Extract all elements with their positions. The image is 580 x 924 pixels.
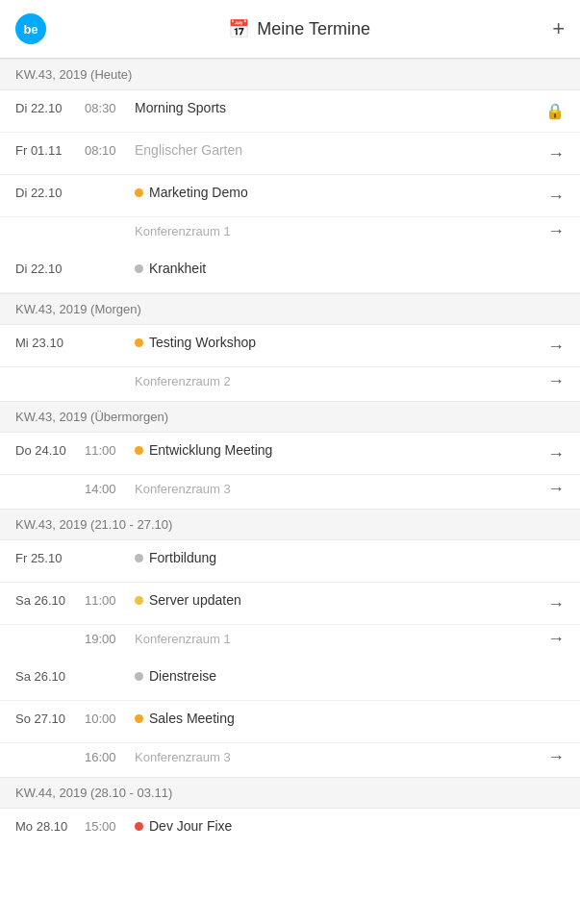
event-location: Konferenzraum 1: [135, 632, 536, 646]
event-dot: [135, 672, 143, 681]
arrow-icon[interactable]: →: [547, 629, 565, 649]
event-action[interactable]: →: [536, 592, 565, 614]
event-title: Testing Workshop: [149, 335, 256, 350]
event-time: 11:00: [85, 442, 135, 458]
event-sub-time: 19:00: [85, 632, 135, 646]
event-title: Englischer Garten: [135, 142, 242, 158]
event-content: Dienstreise: [135, 668, 536, 684]
event-action[interactable]: →: [536, 442, 565, 464]
event-time: [85, 335, 135, 336]
event-row: Di 22.10 Marketing Demo →: [0, 175, 580, 217]
event-content: Sales Meeting: [135, 711, 536, 726]
arrow-icon[interactable]: →: [547, 144, 565, 164]
event-action: [536, 711, 565, 712]
event-title: Server updaten: [149, 592, 241, 608]
event-sub-action[interactable]: →: [536, 221, 565, 241]
event-action[interactable]: 🔒: [536, 100, 565, 120]
event-row: Sa 26.10 11:00 Server updaten →: [0, 583, 580, 625]
event-time: [85, 261, 135, 262]
event-sub-row: 16:00 Konferenzraum 3 →: [0, 743, 580, 777]
event-time: 08:30: [85, 100, 135, 115]
event-content: Dev Jour Fixe: [135, 818, 536, 834]
event-row: Di 22.10 Krankheit: [0, 251, 580, 293]
event-time: [85, 550, 135, 551]
section-header-kw43-heute: KW.43, 2019 (Heute): [0, 59, 580, 90]
event-row: Mi 23.10 Testing Workshop →: [0, 325, 580, 367]
event-title-row: Krankheit: [135, 261, 536, 276]
event-action[interactable]: →: [536, 747, 565, 767]
event-action: [536, 668, 565, 670]
event-date: Mo 28.10: [15, 818, 85, 834]
event-dot: [135, 596, 143, 605]
section-header-kw43-uebermorgen: KW.43, 2019 (Übermorgen): [0, 401, 580, 433]
event-content: Morning Sports: [135, 100, 536, 115]
event-dot: [135, 714, 143, 723]
event-action: [536, 550, 565, 552]
event-time: [85, 668, 135, 669]
arrow-icon[interactable]: →: [547, 221, 565, 241]
section-header-kw43-week: KW.43, 2019 (21.10 - 27.10): [0, 509, 580, 540]
event-time: 10:00: [85, 711, 135, 726]
event-time: [85, 185, 135, 186]
event-date: Sa 26.10: [15, 668, 85, 684]
event-row: So 27.10 10:00 Sales Meeting: [0, 701, 580, 743]
event-dot: [135, 264, 143, 273]
event-title-row: Englischer Garten: [135, 142, 536, 158]
page-title: Meine Termine: [257, 19, 370, 39]
arrow-icon[interactable]: →: [547, 444, 565, 464]
event-date: Fr 01.11: [15, 142, 85, 158]
event-action: [536, 261, 565, 262]
event-dot: [135, 188, 143, 197]
event-content: Marketing Demo: [135, 185, 536, 200]
app-header: be 📅 Meine Termine +: [0, 0, 580, 59]
event-row: Sa 26.10 Dienstreise: [0, 659, 580, 701]
add-event-button[interactable]: +: [552, 18, 565, 39]
event-location: Konferenzraum 3: [135, 750, 536, 764]
app-logo: be: [15, 13, 46, 44]
event-sub-time: 14:00: [85, 482, 135, 496]
event-title-row: Server updaten: [135, 592, 536, 608]
event-location: Konferenzraum 1: [135, 224, 536, 238]
event-content: Entwicklung Meeting: [135, 442, 536, 458]
event-date: So 27.10: [15, 711, 85, 726]
event-content: Fortbildung: [135, 550, 536, 565]
event-title: Dienstreise: [149, 668, 216, 684]
arrow-icon[interactable]: →: [547, 747, 565, 767]
event-title: Entwicklung Meeting: [149, 442, 272, 458]
arrow-icon[interactable]: →: [547, 371, 565, 391]
event-content: Server updaten: [135, 592, 536, 608]
event-date: Mi 23.10: [15, 335, 85, 350]
event-action[interactable]: →: [536, 142, 565, 164]
event-action[interactable]: →: [536, 185, 565, 207]
event-date: Di 22.10: [15, 185, 85, 200]
event-title: Krankheit: [149, 261, 206, 276]
arrow-icon[interactable]: →: [547, 594, 565, 614]
event-title: Fortbildung: [149, 550, 216, 565]
event-content: Testing Workshop: [135, 335, 536, 350]
event-sub-action[interactable]: →: [536, 629, 565, 649]
event-date: Fr 25.10: [15, 550, 85, 565]
event-time: 11:00: [85, 592, 135, 608]
event-dot: [135, 446, 143, 455]
event-date: Di 22.10: [15, 261, 85, 276]
event-action[interactable]: →: [536, 335, 565, 357]
arrow-icon[interactable]: →: [547, 337, 565, 357]
arrow-icon[interactable]: →: [547, 479, 565, 499]
event-dot: [135, 554, 143, 562]
appointments-list: KW.43, 2019 (Heute) Di 22.10 08:30 Morni…: [0, 59, 580, 851]
event-location: Konferenzraum 2: [135, 374, 536, 388]
event-action: [536, 818, 565, 820]
event-sub-action[interactable]: →: [536, 371, 565, 391]
event-row: Fr 01.11 08:10 Englischer Garten →: [0, 133, 580, 175]
calendar-icon: 📅: [228, 18, 249, 39]
event-content: Englischer Garten: [135, 142, 536, 158]
event-row: Fr 25.10 Fortbildung: [0, 540, 580, 583]
event-date: Sa 26.10: [15, 592, 85, 608]
arrow-icon[interactable]: →: [547, 187, 565, 207]
event-title-row: Dev Jour Fixe: [135, 818, 536, 834]
event-sub-row: 14:00 Konferenzraum 3 →: [0, 475, 580, 509]
event-sub-row: Konferenzraum 2 →: [0, 367, 580, 401]
event-sub-action[interactable]: →: [536, 479, 565, 499]
event-time: 08:10: [85, 142, 135, 158]
event-row: Di 22.10 08:30 Morning Sports 🔒: [0, 90, 580, 133]
